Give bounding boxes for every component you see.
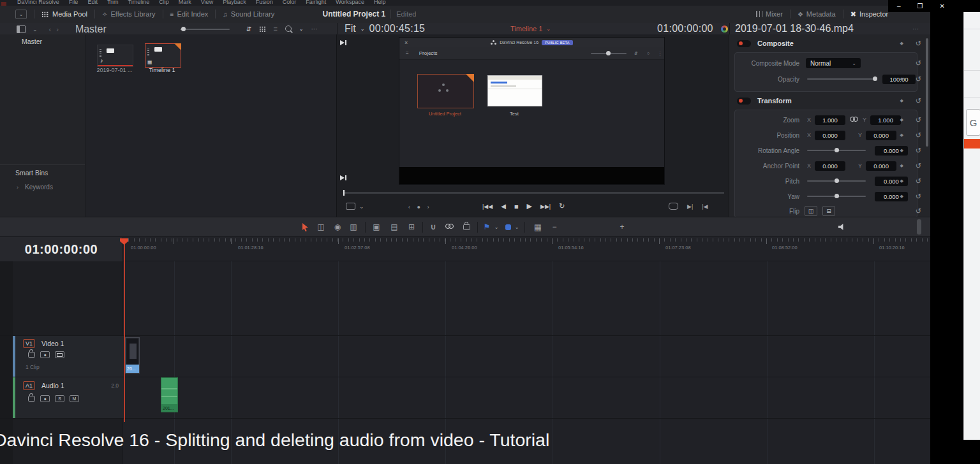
menu-davinci-resolve[interactable]: DaVinci Resolve bbox=[17, 0, 59, 5]
menu-mark[interactable]: Mark bbox=[179, 0, 191, 5]
insert-clip-button[interactable]: ▣ bbox=[369, 217, 384, 236]
timeline-audio-clip[interactable]: 201... bbox=[161, 377, 178, 412]
opacity-keyframe-icon[interactable]: ◆ bbox=[900, 76, 903, 82]
anchor-x-value[interactable]: 0.000 bbox=[815, 161, 845, 171]
menu-help[interactable]: Help bbox=[374, 0, 386, 5]
menu-timeline[interactable]: Timeline bbox=[128, 0, 150, 5]
flip-vertical-button[interactable]: ⊟ bbox=[822, 206, 835, 216]
rotation-reset-icon[interactable]: ↺ bbox=[916, 147, 921, 155]
pitch-keyframe-icon[interactable]: ◆ bbox=[900, 178, 903, 184]
pitch-slider[interactable] bbox=[807, 180, 866, 182]
menu-fusion[interactable]: Fusion bbox=[256, 0, 273, 5]
search-chevron-icon[interactable]: ⌄ bbox=[299, 26, 304, 32]
clip-bar-more-icon[interactable]: ··· bbox=[912, 25, 919, 33]
keywords-expander-icon[interactable]: › bbox=[17, 184, 19, 191]
menu-playback[interactable]: Playback bbox=[223, 0, 246, 5]
position-keyframe-icon[interactable]: ◆ bbox=[900, 133, 903, 138]
toolbar-scrollbar[interactable] bbox=[917, 219, 921, 235]
menu-view[interactable]: View bbox=[201, 0, 213, 5]
bin-nav-back[interactable]: ‹ bbox=[49, 25, 52, 33]
yaw-keyframe-icon[interactable]: ◆ bbox=[900, 194, 903, 199]
menu-edit[interactable]: Edit bbox=[87, 0, 98, 5]
mixer-button[interactable]: Mixer bbox=[756, 10, 783, 18]
timeline-video-clip[interactable]: 20... bbox=[125, 337, 140, 373]
opacity-slider[interactable] bbox=[807, 78, 876, 80]
position-x-value[interactable]: 0.000 bbox=[815, 131, 845, 140]
razor-edit-mode-button[interactable]: ▥ bbox=[346, 217, 360, 236]
audio-track-id[interactable]: A1 bbox=[23, 381, 35, 390]
audio-track-lock-icon[interactable] bbox=[28, 396, 35, 402]
color-sync-icon[interactable] bbox=[721, 25, 728, 33]
viewer-sizing-chevron-icon[interactable]: ⌄ bbox=[359, 203, 364, 210]
audio-track-header[interactable]: A1 Audio 1 2.0 ● S M bbox=[13, 377, 123, 418]
timeline-view-options-button[interactable]: ▦ bbox=[530, 217, 546, 236]
media-clip-timeline[interactable]: ▦ bbox=[145, 43, 181, 68]
menu-trim[interactable]: Trim bbox=[107, 0, 119, 5]
grid-view-icon[interactable] bbox=[259, 26, 265, 32]
list-view-icon[interactable]: ≡ bbox=[273, 25, 277, 33]
anchor-reset-icon[interactable]: ↺ bbox=[916, 162, 921, 170]
window-minimize-button[interactable]: – bbox=[897, 3, 901, 10]
menu-color[interactable]: Color bbox=[283, 0, 297, 5]
zoom-y-value[interactable]: 1.000 bbox=[870, 115, 901, 125]
timeline-zoom-out-button[interactable]: − bbox=[550, 217, 559, 236]
jog-control[interactable]: ‹ ● › bbox=[408, 204, 431, 210]
match-frame-icon[interactable] bbox=[669, 203, 678, 210]
play-button[interactable]: ▶ bbox=[527, 202, 532, 210]
timeline-playhead[interactable] bbox=[124, 238, 125, 422]
zoom-keyframe-icon[interactable]: ◆ bbox=[900, 117, 903, 122]
thumbnail-size-slider[interactable] bbox=[180, 29, 230, 30]
bin-chevron-icon[interactable]: ⌄ bbox=[33, 26, 38, 33]
opacity-reset-icon[interactable]: ↺ bbox=[916, 75, 921, 83]
skip-to-start-button[interactable]: |◀◀ bbox=[482, 203, 493, 210]
marker-button[interactable] bbox=[503, 217, 513, 236]
timeline-ruler[interactable]: 01:00:00:00 01:00:00:00 01:01:28:16 01:0… bbox=[0, 237, 930, 261]
anchor-keyframe-icon[interactable]: ◆ bbox=[900, 163, 903, 168]
trim-edit-mode-button[interactable]: ◫ bbox=[314, 217, 328, 236]
video-track-disable-icon[interactable] bbox=[55, 351, 64, 358]
overwrite-clip-button[interactable]: ▤ bbox=[387, 217, 402, 236]
rotation-keyframe-icon[interactable]: ◆ bbox=[900, 148, 903, 153]
timeline-selector[interactable]: Timeline 1 bbox=[510, 25, 542, 33]
inspector-button[interactable]: ✖ Inspector bbox=[850, 10, 888, 18]
sort-icon[interactable]: ⇵ bbox=[246, 25, 251, 33]
snapping-button[interactable]: ∪ bbox=[426, 217, 440, 236]
smart-bins-label[interactable]: Smart Bins bbox=[15, 169, 48, 177]
rotation-slider[interactable] bbox=[807, 150, 866, 151]
bin-item-master[interactable]: Master bbox=[22, 38, 42, 45]
fit-chevron-icon[interactable]: ⌄ bbox=[360, 26, 365, 32]
flag-chevron-button[interactable]: ⌄ bbox=[493, 217, 500, 236]
composite-reset-icon[interactable]: ↺ bbox=[916, 40, 921, 48]
flag-button[interactable]: ⚑ bbox=[481, 217, 493, 236]
stop-button[interactable]: ■ bbox=[514, 203, 519, 210]
transform-reset-icon[interactable]: ↺ bbox=[916, 97, 921, 105]
play-from-in-icon[interactable]: |◀ bbox=[702, 203, 708, 210]
composite-mode-select[interactable]: Normal ⌄ bbox=[806, 58, 861, 68]
audio-track-solo-button[interactable]: S bbox=[55, 395, 64, 402]
yaw-reset-icon[interactable]: ↺ bbox=[916, 192, 921, 201]
metadata-button[interactable]: ❖ Metadata bbox=[798, 10, 836, 18]
keywords-label[interactable]: Keywords bbox=[25, 184, 53, 191]
selection-mode-button[interactable] bbox=[299, 217, 311, 236]
viewer-fit-select[interactable]: Fit bbox=[345, 23, 356, 34]
anchor-y-value[interactable]: 0.000 bbox=[866, 161, 896, 171]
menu-workspace[interactable]: Workspace bbox=[336, 0, 364, 5]
video-track-autoselect-icon[interactable]: ● bbox=[40, 351, 50, 358]
marker-chevron-button[interactable]: ⌄ bbox=[513, 217, 521, 236]
window-close-button[interactable]: ✕ bbox=[940, 3, 945, 10]
media-clip-video[interactable]: ♪ bbox=[97, 45, 133, 67]
step-back-button[interactable]: ◀ bbox=[501, 203, 506, 210]
inspector-scrollbar[interactable] bbox=[926, 38, 928, 147]
replace-clip-button[interactable]: ⊞ bbox=[404, 217, 419, 236]
transform-keyframe-icon[interactable]: ◆ bbox=[900, 98, 903, 103]
media-pool-more-icon[interactable]: ··· bbox=[311, 25, 318, 33]
window-maximize-button[interactable]: ❐ bbox=[917, 3, 923, 10]
zoom-x-value[interactable]: 1.000 bbox=[815, 115, 845, 125]
position-reset-icon[interactable]: ↺ bbox=[916, 131, 921, 140]
audio-track-autoselect-icon[interactable]: ● bbox=[40, 395, 50, 402]
viewer-scrub-playhead[interactable] bbox=[343, 190, 345, 196]
position-lock-button[interactable] bbox=[459, 217, 473, 236]
audio-track-mute-button[interactable]: M bbox=[70, 395, 79, 402]
composite-enable-toggle[interactable] bbox=[737, 40, 751, 47]
loop-button[interactable]: ↻ bbox=[559, 202, 565, 210]
